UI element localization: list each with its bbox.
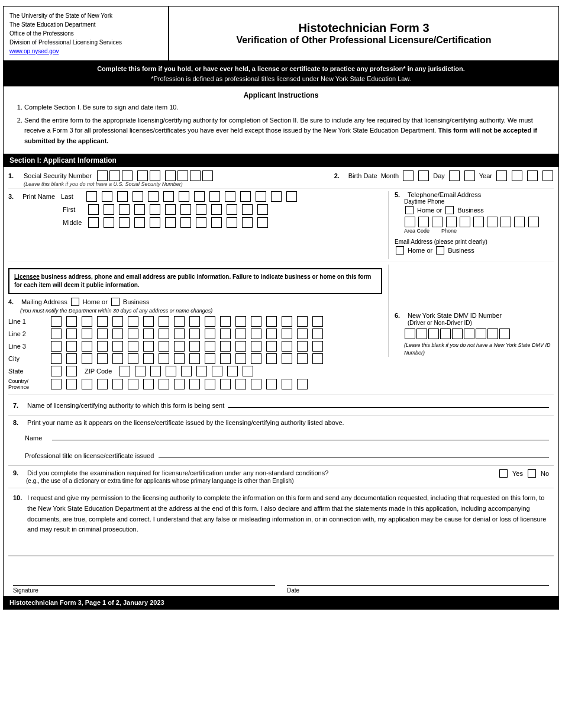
l2-b2[interactable] <box>66 328 77 339</box>
ssn-box-5[interactable] <box>150 170 160 181</box>
last-5[interactable] <box>148 191 159 202</box>
country-b2[interactable] <box>66 379 77 389</box>
city-b9[interactable] <box>174 353 185 364</box>
addr-business-checkbox[interactable] <box>111 298 119 306</box>
l2-b12[interactable] <box>220 328 231 339</box>
city-b2[interactable] <box>66 353 77 364</box>
last-14[interactable] <box>286 191 297 202</box>
mid-12[interactable] <box>257 217 268 228</box>
mid-3[interactable] <box>119 217 130 228</box>
phone-1[interactable] <box>446 217 457 227</box>
yes-checkbox[interactable] <box>499 469 508 478</box>
country-b8[interactable] <box>159 379 169 389</box>
country-b13[interactable] <box>235 379 246 389</box>
last-4[interactable] <box>133 191 143 202</box>
l3-b17[interactable] <box>297 341 308 352</box>
signature-line[interactable] <box>13 562 275 586</box>
first-7[interactable] <box>180 204 191 215</box>
phone-7[interactable] <box>528 217 539 227</box>
addr-home-checkbox[interactable] <box>71 298 79 306</box>
ssn-box-9[interactable] <box>202 170 213 181</box>
birth-year-2[interactable] <box>512 170 522 181</box>
state-b2[interactable] <box>66 366 77 376</box>
l1-b10[interactable] <box>189 316 200 327</box>
l1-b16[interactable] <box>282 316 292 327</box>
first-8[interactable] <box>196 204 206 215</box>
zip-b1[interactable] <box>119 366 130 376</box>
ssn-box-4[interactable] <box>137 170 148 181</box>
last-8[interactable] <box>194 191 205 202</box>
birth-day-1[interactable] <box>449 170 460 181</box>
country-b1[interactable] <box>51 379 62 389</box>
phone-3[interactable] <box>473 217 484 227</box>
l3-b11[interactable] <box>205 341 215 352</box>
birth-month-2[interactable] <box>418 170 429 181</box>
city-b7[interactable] <box>143 353 154 364</box>
l2-b17[interactable] <box>297 328 308 339</box>
last-10[interactable] <box>225 191 235 202</box>
birth-day-2[interactable] <box>464 170 475 181</box>
first-12[interactable] <box>257 204 268 215</box>
field8-name-input[interactable] <box>52 431 549 440</box>
country-b6[interactable] <box>128 379 138 389</box>
l1-b12[interactable] <box>220 316 231 327</box>
dmv-b5[interactable] <box>452 328 463 339</box>
city-b12[interactable] <box>220 353 231 364</box>
l3-b3[interactable] <box>82 341 92 352</box>
last-6[interactable] <box>163 191 174 202</box>
first-3[interactable] <box>119 204 130 215</box>
no-checkbox[interactable] <box>528 469 536 478</box>
city-b6[interactable] <box>128 353 138 364</box>
mid-10[interactable] <box>227 217 237 228</box>
l3-b4[interactable] <box>97 341 108 352</box>
l2-b7[interactable] <box>143 328 154 339</box>
last-1[interactable] <box>86 191 97 202</box>
country-b7[interactable] <box>143 379 154 389</box>
country-b10[interactable] <box>189 379 200 389</box>
l1-b1[interactable] <box>51 316 62 327</box>
l1-b3[interactable] <box>82 316 92 327</box>
field8-prof-input[interactable] <box>159 449 549 458</box>
country-b16[interactable] <box>282 379 292 389</box>
l3-b12[interactable] <box>220 341 231 352</box>
phone-home-checkbox[interactable] <box>405 206 414 214</box>
last-9[interactable] <box>209 191 220 202</box>
mid-2[interactable] <box>104 217 114 228</box>
ssn-box-7[interactable] <box>177 170 188 181</box>
last-12[interactable] <box>256 191 266 202</box>
country-b9[interactable] <box>174 379 185 389</box>
phone-5[interactable] <box>500 217 511 227</box>
city-b5[interactable] <box>112 353 123 364</box>
l2-b8[interactable] <box>159 328 169 339</box>
last-3[interactable] <box>117 191 128 202</box>
l1-b15[interactable] <box>266 316 277 327</box>
city-b1[interactable] <box>51 353 62 364</box>
first-5[interactable] <box>150 204 160 215</box>
city-b18[interactable] <box>312 353 323 364</box>
phone-6[interactable] <box>514 217 525 227</box>
email-home-checkbox[interactable] <box>396 246 404 255</box>
l2-b1[interactable] <box>51 328 62 339</box>
zip-b9[interactable] <box>243 366 253 376</box>
state-b1[interactable] <box>51 366 62 376</box>
last-13[interactable] <box>271 191 282 202</box>
area-1[interactable] <box>405 217 415 227</box>
city-b17[interactable] <box>297 353 308 364</box>
first-10[interactable] <box>227 204 237 215</box>
zip-b4[interactable] <box>166 366 176 376</box>
l2-b15[interactable] <box>266 328 277 339</box>
l3-b7[interactable] <box>143 341 154 352</box>
dmv-b8[interactable] <box>487 328 498 339</box>
mid-8[interactable] <box>196 217 206 228</box>
l3-b9[interactable] <box>174 341 185 352</box>
l2-b14[interactable] <box>251 328 261 339</box>
city-b10[interactable] <box>189 353 200 364</box>
l2-b3[interactable] <box>82 328 92 339</box>
city-b13[interactable] <box>235 353 246 364</box>
area-3[interactable] <box>432 217 443 227</box>
l3-b2[interactable] <box>66 341 77 352</box>
l1-b7[interactable] <box>143 316 154 327</box>
mid-6[interactable] <box>165 217 176 228</box>
city-b16[interactable] <box>282 353 292 364</box>
last-2[interactable] <box>102 191 112 202</box>
